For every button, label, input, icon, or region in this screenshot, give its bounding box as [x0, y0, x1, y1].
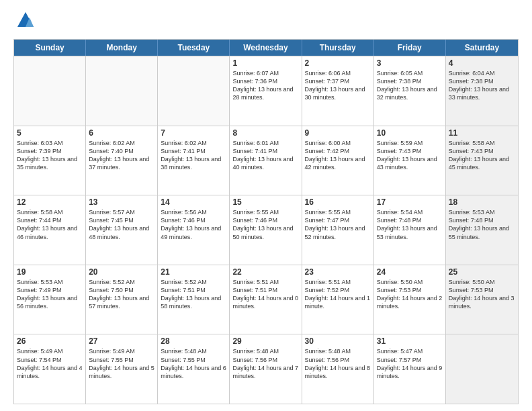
- cal-cell-3-4: 15Sunrise: 5:55 AM Sunset: 7:46 PM Dayli…: [230, 195, 302, 265]
- day-number: 30: [305, 336, 371, 346]
- page: SundayMondayTuesdayWednesdayThursdayFrid…: [0, 0, 532, 411]
- cell-text: Sunrise: 5:51 AM Sunset: 7:51 PM Dayligh…: [232, 278, 298, 311]
- cal-cell-3-7: 18Sunrise: 5:53 AM Sunset: 7:48 PM Dayli…: [446, 195, 518, 265]
- cell-text: Sunrise: 5:58 AM Sunset: 7:44 PM Dayligh…: [17, 208, 83, 241]
- cell-text: Sunrise: 5:52 AM Sunset: 7:51 PM Dayligh…: [161, 278, 226, 311]
- cal-cell-1-4: 1Sunrise: 6:07 AM Sunset: 7:36 PM Daylig…: [230, 56, 302, 126]
- day-number: 5: [17, 128, 83, 138]
- day-number: 9: [305, 128, 371, 138]
- cell-text: Sunrise: 6:05 AM Sunset: 7:38 PM Dayligh…: [377, 69, 443, 102]
- logo-text: [13, 11, 35, 32]
- day-number: 27: [89, 336, 154, 346]
- day-number: 4: [449, 58, 515, 68]
- cal-cell-2-6: 10Sunrise: 5:59 AM Sunset: 7:43 PM Dayli…: [374, 126, 446, 195]
- logo: [13, 11, 35, 32]
- day-number: 2: [305, 58, 371, 68]
- cell-text: Sunrise: 5:52 AM Sunset: 7:50 PM Dayligh…: [89, 278, 154, 311]
- header-cell-friday: Friday: [374, 40, 446, 56]
- cell-text: Sunrise: 5:48 AM Sunset: 7:56 PM Dayligh…: [232, 347, 298, 380]
- cal-cell-5-4: 29Sunrise: 5:48 AM Sunset: 7:56 PM Dayli…: [230, 334, 302, 404]
- cell-text: Sunrise: 5:50 AM Sunset: 7:53 PM Dayligh…: [449, 278, 515, 311]
- day-number: 1: [232, 58, 298, 68]
- day-number: 22: [232, 267, 298, 277]
- cell-text: Sunrise: 6:06 AM Sunset: 7:37 PM Dayligh…: [305, 69, 371, 102]
- cell-text: Sunrise: 5:55 AM Sunset: 7:47 PM Dayligh…: [305, 208, 371, 241]
- day-number: 31: [377, 336, 443, 346]
- day-number: 13: [89, 197, 154, 207]
- logo-icon: [16, 11, 35, 32]
- header-cell-monday: Monday: [86, 40, 158, 56]
- cell-text: Sunrise: 5:47 AM Sunset: 7:57 PM Dayligh…: [377, 347, 443, 380]
- cal-cell-2-7: 11Sunrise: 5:58 AM Sunset: 7:43 PM Dayli…: [446, 126, 518, 195]
- cell-text: Sunrise: 5:59 AM Sunset: 7:43 PM Dayligh…: [377, 139, 443, 172]
- cal-cell-4-7: 25Sunrise: 5:50 AM Sunset: 7:53 PM Dayli…: [446, 265, 518, 334]
- week-row-5: 26Sunrise: 5:49 AM Sunset: 7:54 PM Dayli…: [14, 334, 518, 404]
- cal-cell-2-4: 8Sunrise: 6:01 AM Sunset: 7:41 PM Daylig…: [230, 126, 302, 195]
- day-number: 19: [17, 267, 83, 277]
- day-number: 15: [232, 197, 298, 207]
- cell-text: Sunrise: 5:48 AM Sunset: 7:55 PM Dayligh…: [161, 347, 226, 380]
- cell-text: Sunrise: 5:48 AM Sunset: 7:56 PM Dayligh…: [305, 347, 371, 380]
- cell-text: Sunrise: 5:53 AM Sunset: 7:49 PM Dayligh…: [17, 278, 83, 311]
- cell-text: Sunrise: 6:04 AM Sunset: 7:38 PM Dayligh…: [449, 69, 515, 102]
- cell-text: Sunrise: 6:02 AM Sunset: 7:40 PM Dayligh…: [89, 139, 154, 172]
- cell-text: Sunrise: 5:49 AM Sunset: 7:54 PM Dayligh…: [17, 347, 83, 380]
- header-cell-saturday: Saturday: [446, 40, 518, 56]
- cell-text: Sunrise: 6:00 AM Sunset: 7:42 PM Dayligh…: [305, 139, 371, 172]
- cell-text: Sunrise: 5:57 AM Sunset: 7:45 PM Dayligh…: [89, 208, 154, 241]
- header-cell-thursday: Thursday: [302, 40, 374, 56]
- day-number: 3: [377, 58, 443, 68]
- cell-text: Sunrise: 6:02 AM Sunset: 7:41 PM Dayligh…: [161, 139, 226, 172]
- header: [13, 11, 519, 32]
- header-cell-tuesday: Tuesday: [158, 40, 230, 56]
- day-number: 25: [449, 267, 515, 277]
- week-row-2: 5Sunrise: 6:03 AM Sunset: 7:39 PM Daylig…: [14, 126, 518, 195]
- cal-cell-5-5: 30Sunrise: 5:48 AM Sunset: 7:56 PM Dayli…: [302, 334, 374, 404]
- cell-text: Sunrise: 6:07 AM Sunset: 7:36 PM Dayligh…: [232, 69, 298, 102]
- cal-cell-1-6: 3Sunrise: 6:05 AM Sunset: 7:38 PM Daylig…: [374, 56, 446, 126]
- cal-cell-4-5: 23Sunrise: 5:51 AM Sunset: 7:52 PM Dayli…: [302, 265, 374, 334]
- header-cell-sunday: Sunday: [14, 40, 86, 56]
- cal-cell-2-2: 6Sunrise: 6:02 AM Sunset: 7:40 PM Daylig…: [86, 126, 158, 195]
- week-row-1: 1Sunrise: 6:07 AM Sunset: 7:36 PM Daylig…: [14, 56, 518, 126]
- day-number: 23: [305, 267, 371, 277]
- cal-cell-5-6: 31Sunrise: 5:47 AM Sunset: 7:57 PM Dayli…: [374, 334, 446, 404]
- day-number: 10: [377, 128, 443, 138]
- cell-text: Sunrise: 6:03 AM Sunset: 7:39 PM Dayligh…: [17, 139, 83, 172]
- cal-cell-5-7: [446, 334, 518, 404]
- cell-text: Sunrise: 5:50 AM Sunset: 7:53 PM Dayligh…: [377, 278, 443, 311]
- day-number: 8: [232, 128, 298, 138]
- cal-cell-3-5: 16Sunrise: 5:55 AM Sunset: 7:47 PM Dayli…: [302, 195, 374, 265]
- day-number: 12: [17, 197, 83, 207]
- cal-cell-4-4: 22Sunrise: 5:51 AM Sunset: 7:51 PM Dayli…: [230, 265, 302, 334]
- day-number: 17: [377, 197, 443, 207]
- cal-cell-3-3: 14Sunrise: 5:56 AM Sunset: 7:46 PM Dayli…: [158, 195, 230, 265]
- day-number: 24: [377, 267, 443, 277]
- day-number: 21: [161, 267, 226, 277]
- cal-cell-1-7: 4Sunrise: 6:04 AM Sunset: 7:38 PM Daylig…: [446, 56, 518, 126]
- week-row-3: 12Sunrise: 5:58 AM Sunset: 7:44 PM Dayli…: [14, 195, 518, 265]
- cal-cell-2-1: 5Sunrise: 6:03 AM Sunset: 7:39 PM Daylig…: [14, 126, 86, 195]
- day-number: 29: [232, 336, 298, 346]
- day-number: 26: [17, 336, 83, 346]
- cell-text: Sunrise: 5:54 AM Sunset: 7:48 PM Dayligh…: [377, 208, 443, 241]
- cell-text: Sunrise: 5:49 AM Sunset: 7:55 PM Dayligh…: [89, 347, 154, 380]
- cal-cell-4-6: 24Sunrise: 5:50 AM Sunset: 7:53 PM Dayli…: [374, 265, 446, 334]
- cal-cell-3-2: 13Sunrise: 5:57 AM Sunset: 7:45 PM Dayli…: [86, 195, 158, 265]
- calendar-header: SundayMondayTuesdayWednesdayThursdayFrid…: [14, 40, 518, 56]
- cal-cell-2-5: 9Sunrise: 6:00 AM Sunset: 7:42 PM Daylig…: [302, 126, 374, 195]
- day-number: 28: [161, 336, 226, 346]
- cal-cell-5-2: 27Sunrise: 5:49 AM Sunset: 7:55 PM Dayli…: [86, 334, 158, 404]
- calendar: SundayMondayTuesdayWednesdayThursdayFrid…: [13, 39, 519, 404]
- cell-text: Sunrise: 5:51 AM Sunset: 7:52 PM Dayligh…: [305, 278, 371, 311]
- cal-cell-1-1: [14, 56, 86, 126]
- header-cell-wednesday: Wednesday: [230, 40, 302, 56]
- day-number: 20: [89, 267, 154, 277]
- day-number: 6: [89, 128, 154, 138]
- cal-cell-4-3: 21Sunrise: 5:52 AM Sunset: 7:51 PM Dayli…: [158, 265, 230, 334]
- cal-cell-1-3: [158, 56, 230, 126]
- day-number: 7: [161, 128, 226, 138]
- cal-cell-1-2: [86, 56, 158, 126]
- cal-cell-5-3: 28Sunrise: 5:48 AM Sunset: 7:55 PM Dayli…: [158, 334, 230, 404]
- cal-cell-4-2: 20Sunrise: 5:52 AM Sunset: 7:50 PM Dayli…: [86, 265, 158, 334]
